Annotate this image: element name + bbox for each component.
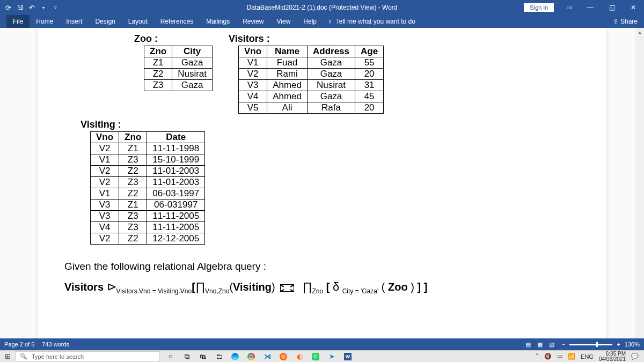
table-row: VnoNameAddressAge [239, 46, 384, 57]
table-row: V2RamiGaza20 [239, 69, 384, 80]
visitors-title: Visitors : [229, 33, 384, 45]
start-button[interactable]: ⊞ [0, 351, 15, 363]
date-label: 04/06/2021 [599, 357, 626, 362]
zoom-level[interactable]: 130% [625, 341, 640, 348]
vscode-icon[interactable]: ⋊ [261, 352, 274, 361]
save-icon[interactable]: 🖫 [15, 3, 25, 12]
tell-me-label: Tell me what you want to do [336, 18, 415, 25]
tell-me-search[interactable]: ♀ Tell me what you want to do [327, 18, 415, 26]
table-row: V3AhmedNusirat31 [239, 80, 384, 91]
word-icon[interactable]: W [341, 352, 354, 361]
table-row: V3Z106-031997 [91, 200, 205, 211]
maximize-button[interactable]: ◱ [601, 0, 623, 15]
tab-design[interactable]: Design [89, 15, 121, 28]
print-layout-icon[interactable]: ▦ [534, 339, 546, 349]
search-icon: 🔍 [20, 353, 27, 360]
table-row: Z3Gaza [144, 80, 213, 91]
volume-icon[interactable]: 🔇 [544, 353, 552, 360]
cortana-icon[interactable]: ○ [164, 352, 177, 361]
tab-mailings[interactable]: Mailings [200, 15, 236, 28]
tab-insert[interactable]: Insert [60, 15, 89, 28]
word-count[interactable]: 743 words [42, 341, 69, 348]
visiting-table: VnoZnoDate V2Z111-11-1998 V1Z315-10-1999… [90, 131, 205, 245]
wifi-icon[interactable]: 📶 [568, 353, 575, 360]
tab-help[interactable]: Help [297, 15, 323, 28]
read-mode-icon[interactable]: ▤ [522, 339, 534, 349]
share-button[interactable]: ⇪ Share [613, 18, 638, 25]
search-placeholder: Type here to search [32, 353, 84, 360]
time-label: 6:35 PM [606, 351, 626, 357]
tab-layout[interactable]: Layout [122, 15, 154, 28]
zoo-table: ZnoCity Z1Gaza Z2Nusirat Z3Gaza [144, 46, 213, 91]
table-row: V3Z311-11-2005 [91, 211, 205, 222]
table-row: V2Z211-01-2003 [91, 166, 205, 177]
table-row: Z2Nusirat [144, 69, 213, 80]
scroll-up-icon[interactable]: ▴ [635, 28, 644, 36]
share-icon: ⇪ [613, 18, 618, 25]
table-row: V1FuadGaza55 [239, 57, 384, 69]
close-button[interactable]: ✕ [623, 0, 644, 15]
visitors-table: VnoNameAddressAge V1FuadGaza55 V2RamiGaz… [238, 46, 384, 114]
tab-view[interactable]: View [270, 15, 297, 28]
tab-home[interactable]: Home [30, 15, 60, 28]
app-icon[interactable]: ◐ [293, 352, 306, 361]
task-view-icon[interactable]: ⧉ [180, 352, 193, 361]
share-label: Share [620, 18, 638, 25]
telegram-icon[interactable]: ➤ [325, 352, 338, 361]
signin-button[interactable]: Sign in [524, 3, 554, 12]
table-row: Z1Gaza [144, 57, 213, 69]
chrome-icon[interactable] [245, 352, 258, 361]
table-row: V4Z311-11-2005 [91, 222, 205, 233]
join-icon [280, 284, 294, 292]
language-indicator[interactable]: ENG [581, 353, 594, 360]
customize-qat-icon[interactable]: ▿ [50, 3, 60, 12]
clock[interactable]: 6:35 PM 04/06/2021 [599, 351, 626, 362]
notifications-icon[interactable]: 💬 [631, 353, 639, 360]
store-icon[interactable]: 🛍 [196, 352, 209, 361]
firefox-icon[interactable] [277, 352, 290, 361]
undo-icon[interactable]: ↶ [27, 3, 36, 12]
tray-chevron-icon[interactable]: ˄ [536, 353, 539, 360]
taskbar-search[interactable]: 🔍 Type here to search [15, 351, 160, 362]
lightbulb-icon: ♀ [327, 18, 333, 26]
table-row: V2Z111-11-1998 [91, 143, 205, 154]
table-row: ZnoCity [144, 46, 213, 57]
zoo-title: Zoo : [134, 33, 213, 45]
document-page: Zoo : ZnoCity Z1Gaza Z2Nusirat Z3Gaza Vi… [38, 28, 606, 350]
table-row: V1Z315-10-1999 [91, 154, 205, 166]
algebra-expression: Visitors ⊳Visitors.Vno = Visiting.Vno[∏V… [64, 280, 596, 295]
redo-icon[interactable]: ▾ [39, 3, 48, 12]
web-layout-icon[interactable]: ▧ [546, 339, 558, 349]
zoom-out-button[interactable]: − [562, 341, 565, 348]
table-row: V1Z206-03-1997 [91, 188, 205, 200]
file-explorer-icon[interactable]: 🗀 [213, 352, 225, 361]
autosave-icon[interactable]: ⟳ [3, 3, 13, 12]
edge-icon[interactable] [229, 352, 241, 361]
vertical-scrollbar[interactable]: ▴ ▾ [635, 28, 644, 350]
table-row: VnoZnoDate [91, 132, 205, 143]
table-row: V2Z212-12-2005 [91, 233, 205, 245]
zoom-in-button[interactable]: + [617, 341, 620, 348]
tab-references[interactable]: References [154, 15, 200, 28]
page-indicator[interactable]: Page 2 of 5 [4, 341, 34, 348]
minimize-button[interactable]: — [580, 0, 601, 15]
table-row: V4AhmedGaza45 [239, 91, 384, 102]
whatsapp-icon[interactable]: ✆ [309, 352, 322, 361]
document-title: DataBaseMid2021-2 (1).doc (Protected Vie… [246, 4, 397, 11]
battery-icon[interactable]: ▭ [557, 353, 562, 360]
tab-file[interactable]: File [6, 15, 30, 28]
ribbon-display-icon[interactable]: ▭ [558, 0, 580, 15]
query-intro: Given the following relational Algebra q… [64, 261, 596, 272]
zoom-slider[interactable] [569, 344, 612, 345]
tab-review[interactable]: Review [236, 15, 270, 28]
visiting-title: Visiting : [80, 119, 596, 130]
table-row: V2Z311-01-2003 [91, 177, 205, 188]
table-row: V5AliRafa20 [239, 102, 384, 114]
